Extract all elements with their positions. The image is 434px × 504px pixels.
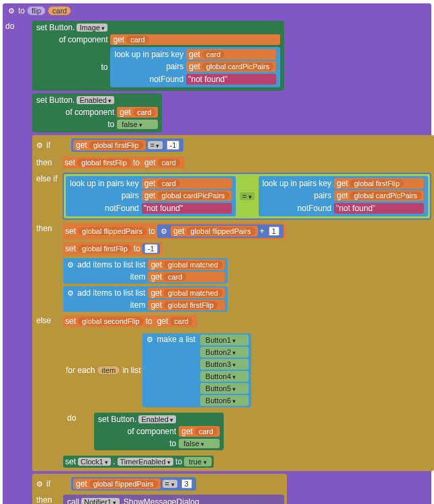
do-label: do — [4, 20, 30, 32]
list-item[interactable]: Button1 — [200, 335, 249, 345]
gear-icon[interactable] — [35, 140, 44, 150]
elseif-condition[interactable]: look up in pairs key getcard pairs getgl… — [62, 173, 431, 220]
gear-icon[interactable] — [35, 479, 44, 489]
get-card-3[interactable]: get card — [117, 107, 158, 118]
gear-icon[interactable] — [66, 260, 75, 269]
get-firstflip-1[interactable]: get global firstFlip — [73, 140, 146, 151]
set-secondflip[interactable]: set global secondFlip to getcard — [63, 315, 198, 327]
gear-icon[interactable] — [159, 226, 169, 236]
set-button-enabled[interactable]: set Button. Enabled of component get car… — [32, 93, 162, 132]
add-items-2[interactable]: add items to list list getglobal matched… — [63, 286, 228, 312]
list-item[interactable]: Button4 — [200, 371, 249, 382]
get-cardpairs-1[interactable]: get global cardPicPairs — [186, 61, 276, 72]
gear-icon[interactable] — [7, 6, 16, 15]
list-item[interactable]: Button2 — [200, 347, 249, 358]
prop-enabled[interactable]: Enabled — [77, 96, 114, 104]
to-label-1: to — [101, 62, 107, 72]
list-item[interactable]: Button5 — [200, 383, 249, 394]
eq-test-1[interactable]: get global firstFlip = -1 — [71, 138, 183, 152]
not-found-1[interactable]: not found — [186, 74, 276, 85]
list-item[interactable]: Button6 — [200, 395, 249, 406]
set-button-label: set Button. — [36, 23, 75, 32]
foreach-block[interactable]: for each item in list make a list Button… — [63, 330, 254, 453]
gear-icon[interactable] — [145, 335, 155, 344]
gear-icon[interactable] — [66, 288, 75, 298]
eq-test-win[interactable]: getglobal flippedPairs = 3 — [71, 477, 196, 491]
proc-name[interactable]: flip — [27, 6, 46, 15]
set-flippedpairs-inc[interactable]: set global flippedPairs to getglobal fli… — [63, 223, 286, 239]
call-notifier[interactable]: call Notifier1 .ShowMessageDialog messag… — [63, 495, 284, 504]
set-button-image[interactable]: set Button. Image of component get card … — [32, 21, 284, 91]
make-a-list[interactable]: make a list Button1Button2Button3Button4… — [142, 333, 251, 407]
if-win-block[interactable]: if getglobal flippedPairs = 3 then call … — [32, 474, 287, 504]
set-clock-timer[interactable]: set Clock1 . TimerEnabled to true — [63, 456, 214, 468]
of-component-label: of component — [59, 35, 108, 44]
procedure-block[interactable]: to flip card do set Button. Image of com… — [3, 3, 431, 504]
prop-image[interactable]: Image — [77, 24, 107, 32]
lookup-block-1[interactable]: look up in pairs key get card pairs get … — [110, 47, 280, 87]
add-items-1[interactable]: add items to list list getglobal matched… — [63, 258, 228, 284]
get-card-2[interactable]: get card — [186, 49, 276, 60]
false-literal-1[interactable]: false — [117, 120, 158, 129]
lookup-block-L[interactable]: look up in pairs key getcard pairs getgl… — [66, 176, 236, 216]
if-block-main[interactable]: if get global firstFlip = -1 then set — [32, 135, 434, 471]
list-item[interactable]: Button3 — [200, 359, 249, 370]
set-firstflip-card[interactable]: set global firstFlip to getcard — [62, 157, 185, 169]
set-button-enabled-loop[interactable]: set Button. Enabled of component getcard… — [94, 413, 224, 450]
proc-param[interactable]: card — [48, 6, 71, 15]
kw-to: to — [18, 6, 25, 15]
set-firstflip-neg1[interactable]: set global firstFlip to -1 — [63, 242, 162, 255]
lookup-block-R[interactable]: look up in pairs key getglobal firstFlip… — [259, 176, 429, 216]
get-card-1[interactable]: get card — [110, 34, 280, 45]
